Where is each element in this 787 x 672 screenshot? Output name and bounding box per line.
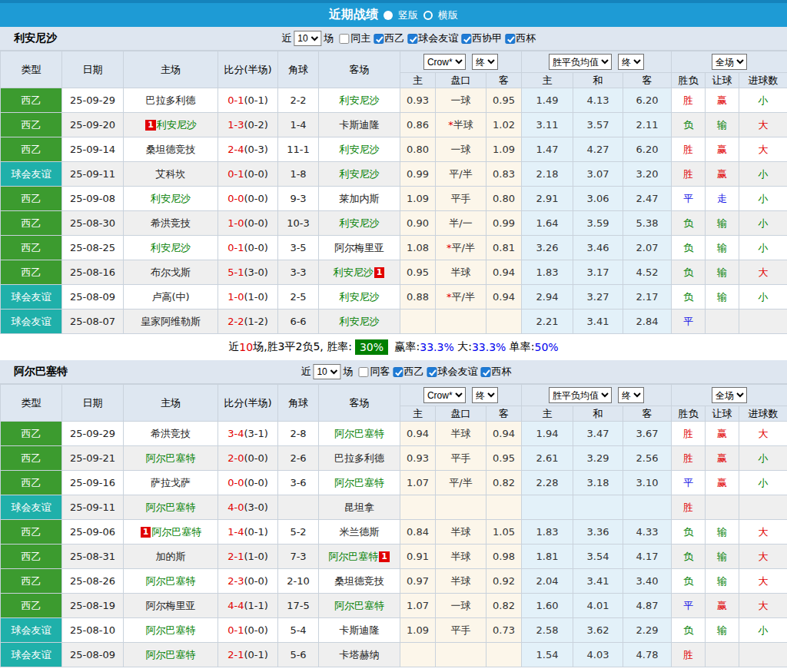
avg-type-select[interactable]: 胜平负均值 — [549, 54, 612, 70]
avg-time-select[interactable]: 终 — [618, 54, 644, 70]
odds-away-cell: 0.94 — [486, 422, 522, 446]
avg-away-cell: 2.17 — [623, 285, 672, 310]
odds-away-cell: 0.83 — [486, 162, 522, 187]
col-corner: 角球 — [278, 385, 319, 422]
avg-type-select[interactable]: 胜平负均值 — [549, 387, 612, 403]
handicap-result-cell: 赢 — [706, 594, 739, 618]
same-venue-checkbox[interactable] — [358, 367, 368, 377]
avg-away-cell: 2.07 — [623, 236, 672, 260]
handicap-result-cell — [706, 310, 739, 334]
summary-segment: 33.3% — [420, 341, 453, 353]
avg-away-cell: 3.10 — [623, 471, 672, 495]
score-cell: 1-0(1-0) — [218, 285, 278, 310]
league-checkbox[interactable] — [505, 34, 515, 44]
handicap-cell: 平/半 — [436, 471, 486, 495]
avg-away-cell: 6.20 — [623, 88, 672, 113]
match-row: 球会友谊25-08-10阿尔巴塞特0-1(0-0)5-4卡斯迪隆1.09平手0.… — [1, 618, 787, 643]
team-label: 阿尔巴塞特 — [334, 477, 384, 488]
col-avg-away: 客 — [623, 73, 672, 88]
avg-away-cell: 4.33 — [623, 520, 672, 545]
fulltime-score: 3-4 — [227, 428, 244, 439]
avg-time-select[interactable]: 终 — [618, 387, 644, 403]
type-cell: 西乙 — [1, 520, 62, 545]
date-cell: 25-08-25 — [62, 236, 124, 260]
match-row: 西乙25-08-30希洪竞技1-0(0-0)10-3利安尼沙0.90半/一0.9… — [1, 211, 787, 236]
avg-away-cell: 3.20 — [623, 162, 672, 187]
odds-home-cell: 0.86 — [400, 113, 436, 137]
avg-draw-cell: 3.47 — [573, 422, 623, 446]
odds-away-cell: 0.94 — [486, 285, 522, 310]
col-odds-home: 主 — [400, 73, 436, 88]
date-cell: 25-09-08 — [62, 187, 124, 211]
matches-body: 西乙25-09-29希洪竞技3-4(3-1)2-8阿尔巴塞特0.94半球0.94… — [1, 422, 787, 667]
goals-cell — [739, 495, 787, 520]
league-checkbox[interactable] — [393, 367, 403, 377]
scope-select[interactable]: 全场 — [712, 387, 747, 403]
team-label: 卡斯迪隆 — [340, 624, 380, 636]
odds-home-cell: 0.99 — [400, 162, 436, 187]
type-cell: 西乙 — [1, 446, 62, 471]
score-cell: 0-1(0-0) — [218, 618, 278, 643]
corner-cell: 3-5 — [278, 236, 319, 260]
result-cell: 胜 — [672, 88, 706, 113]
odds-home-cell: 0.93 — [400, 88, 436, 113]
date-cell: 25-09-20 — [62, 113, 124, 137]
home-team-cell: 阿尔巴塞特 — [124, 495, 218, 520]
score-cell: 2-3(0-0) — [218, 569, 278, 594]
same-venue-checkbox[interactable] — [339, 34, 349, 44]
score-cell: 4-4(1-1) — [218, 594, 278, 618]
vertical-layout-radio[interactable] — [384, 11, 393, 20]
league-checkbox[interactable] — [407, 34, 417, 44]
avg-away-cell: 2.56 — [623, 446, 672, 471]
league-checkbox[interactable] — [461, 34, 471, 44]
avg-away-cell: 4.17 — [623, 545, 672, 569]
odds-time-select[interactable]: 终 — [472, 54, 498, 70]
home-team-cell: 希洪竞技 — [124, 422, 218, 446]
handicap-result-cell: 输 — [706, 113, 739, 137]
handicap-result-cell: 输 — [706, 260, 739, 285]
type-cell: 西乙 — [1, 88, 62, 113]
league-checkbox[interactable] — [374, 34, 384, 44]
team-label: 阿尔巴塞特 — [151, 526, 201, 538]
league-checkbox[interactable] — [480, 367, 490, 377]
handicap-cell: *平/半 — [436, 285, 486, 310]
score-cell: 2-1(1-0) — [218, 545, 278, 569]
date-cell: 25-08-09 — [62, 643, 124, 667]
handicap-cell: 半/一 — [436, 211, 486, 236]
odds-home-cell: 0.93 — [400, 446, 436, 471]
col-score: 比分(半场) — [218, 51, 278, 88]
result-cell: 平 — [672, 187, 706, 211]
team-section: 阿尔巴塞特 近 10 场 同客 西乙球会友谊西杯 类型 日期 — [0, 360, 787, 672]
handicap-star: * — [447, 242, 452, 253]
odds-company-select[interactable]: Crow* — [423, 54, 466, 70]
team-label: 阿尔梅里亚 — [334, 242, 384, 253]
match-row: 球会友谊25-09-11艾科坎0-1(0-0)1-8利安尼沙0.99平/半0.8… — [1, 162, 787, 187]
corner-cell: 2-8 — [278, 422, 319, 446]
matches-body: 西乙25-09-29巴拉多利德0-1(0-1)2-2利安尼沙0.93一球0.95… — [1, 88, 787, 334]
league-filters: 西乙球会友谊西协甲西杯 — [370, 31, 536, 45]
score-cell: 5-1(3-0) — [218, 260, 278, 285]
date-cell: 25-08-26 — [62, 569, 124, 594]
odds-company-select[interactable]: Crow* — [423, 387, 466, 403]
handicap-result-cell — [706, 495, 739, 520]
team-label: 阿尔巴塞特 — [334, 428, 384, 439]
handicap-cell: 一球 — [436, 594, 486, 618]
odds-time-select[interactable]: 终 — [472, 387, 498, 403]
horizontal-layout-radio[interactable] — [423, 11, 433, 20]
scope-select[interactable]: 全场 — [712, 54, 747, 70]
avg-draw-cell: 3.41 — [573, 310, 623, 334]
recent-count-select[interactable]: 10 — [294, 31, 321, 46]
team-label: 布尔戈斯 — [151, 266, 191, 278]
home-team-cell: 希洪竞技 — [124, 211, 218, 236]
odds-away-cell: 0.95 — [486, 88, 522, 113]
date-cell: 25-09-11 — [62, 162, 124, 187]
odds-home-cell: 0.88 — [400, 285, 436, 310]
team-label: 巴拉多利德 — [146, 94, 196, 106]
avg-home-cell: 2.28 — [522, 471, 573, 495]
halftime-score: (0-0) — [244, 477, 267, 488]
home-team-cell: 阿尔巴塞特 — [124, 618, 218, 643]
recent-count-select[interactable]: 10 — [313, 364, 340, 379]
match-row: 西乙25-08-26阿尔巴塞特2-3(0-0)2-10桑坦德竞技0.97半球0.… — [1, 569, 787, 594]
league-checkbox[interactable] — [427, 367, 437, 377]
handicap-result-cell: 赢 — [706, 88, 739, 113]
